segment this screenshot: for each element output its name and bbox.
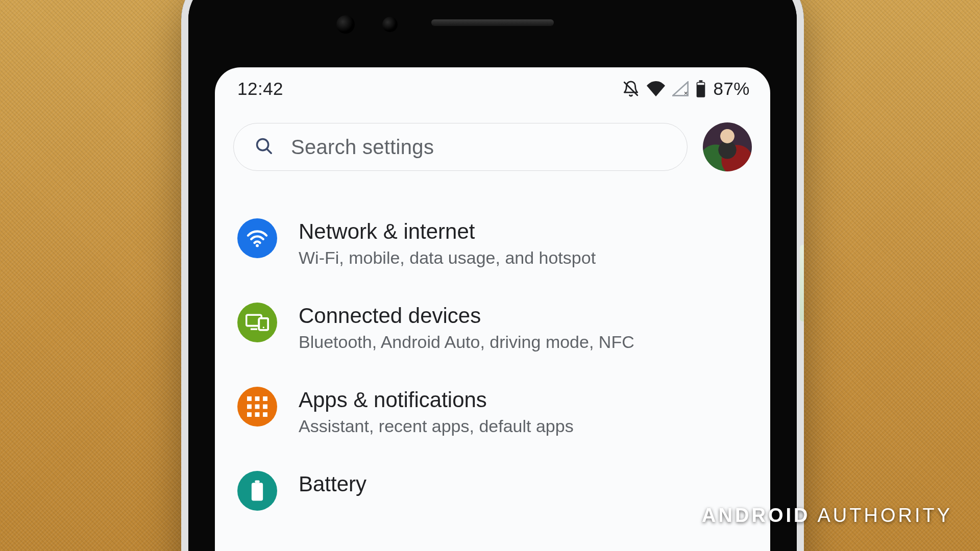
bell-off-icon: [622, 80, 640, 97]
search-settings-input[interactable]: Search settings: [233, 123, 688, 171]
watermark-brand-bold: ANDROID: [702, 505, 810, 527]
settings-list[interactable]: Network & internet Wi-Fi, mobile, data u…: [215, 177, 770, 528]
settings-item-battery[interactable]: Battery: [233, 454, 752, 528]
svg-rect-14: [255, 396, 260, 401]
settings-item-title: Apps & notifications: [299, 388, 574, 412]
settings-item-apps[interactable]: Apps & notifications Assistant, recent a…: [233, 369, 752, 454]
wifi-icon: [647, 81, 665, 96]
settings-item-connected-devices[interactable]: Connected devices Bluetooth, Android Aut…: [233, 285, 752, 369]
svg-rect-16: [247, 405, 252, 409]
svg-rect-23: [252, 483, 263, 500]
search-placeholder: Search settings: [291, 136, 434, 159]
phone-power-button: [800, 245, 804, 321]
status-time: 12:42: [237, 79, 283, 99]
phone-speaker: [431, 19, 554, 26]
svg-point-11: [263, 327, 264, 328]
phone-frame: 12:42 × 87%: [181, 0, 804, 551]
battery-icon: [696, 80, 706, 97]
watermark-brand-light: AUTHORITY: [817, 505, 952, 527]
phone-bezel: 12:42 × 87%: [188, 0, 797, 551]
svg-rect-13: [247, 396, 252, 401]
settings-item-subtitle: Assistant, recent apps, default apps: [299, 416, 574, 436]
svg-text:×: ×: [684, 89, 688, 96]
wifi-icon: [237, 218, 277, 258]
status-bar: 12:42 × 87%: [215, 67, 770, 103]
svg-rect-20: [255, 412, 260, 417]
svg-line-6: [267, 149, 272, 154]
search-row: Search settings: [215, 103, 770, 177]
svg-rect-2: [699, 80, 703, 82]
svg-rect-18: [263, 405, 267, 409]
search-icon: [254, 136, 274, 158]
svg-rect-19: [247, 412, 252, 417]
proximity-sensor-icon: [382, 17, 398, 32]
svg-rect-15: [263, 396, 267, 401]
settings-item-title: Network & internet: [299, 219, 596, 244]
devices-icon: [237, 303, 277, 342]
cell-no-signal-icon: ×: [672, 81, 689, 96]
settings-item-subtitle: Bluetooth, Android Auto, driving mode, N…: [299, 332, 634, 352]
front-camera-icon: [336, 15, 355, 34]
settings-item-title: Battery: [299, 472, 366, 496]
svg-point-7: [256, 244, 259, 247]
settings-item-network[interactable]: Network & internet Wi-Fi, mobile, data u…: [233, 201, 752, 285]
svg-rect-4: [698, 83, 704, 85]
phone-screen: 12:42 × 87%: [215, 67, 770, 551]
status-battery-text: 87%: [713, 79, 750, 99]
settings-item-subtitle: Wi-Fi, mobile, data usage, and hotspot: [299, 248, 596, 268]
apps-grid-icon: [237, 387, 277, 427]
svg-rect-22: [255, 481, 259, 483]
watermark: ANDROID AUTHORITY: [702, 505, 952, 527]
settings-item-title: Connected devices: [299, 304, 634, 328]
svg-rect-21: [263, 412, 267, 417]
svg-rect-17: [255, 405, 260, 409]
battery-icon: [237, 471, 277, 511]
profile-avatar[interactable]: [703, 122, 752, 171]
